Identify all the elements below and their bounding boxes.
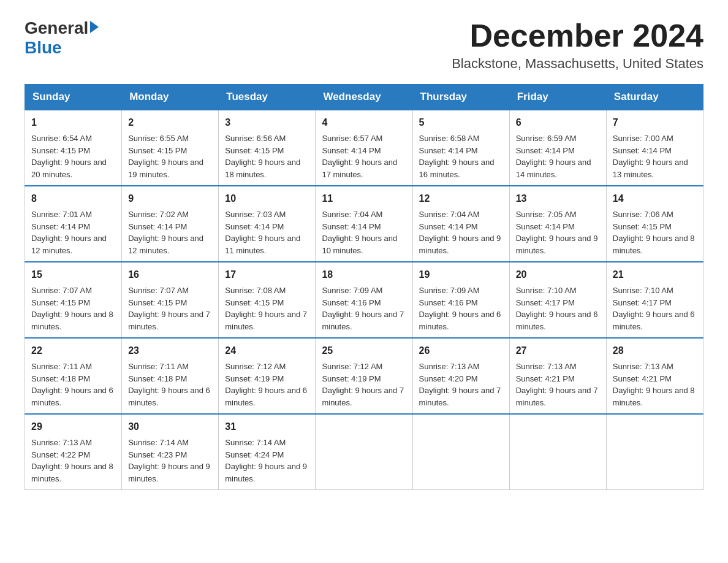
day-number: 14 [613,191,697,206]
calendar-cell: 11 Sunrise: 7:04 AMSunset: 4:14 PMDaylig… [316,186,412,262]
calendar-table: SundayMondayTuesdayWednesdayThursdayFrid… [25,84,703,490]
calendar-cell: 4 Sunrise: 6:57 AMSunset: 4:14 PMDayligh… [316,110,412,186]
day-info: Sunrise: 7:06 AMSunset: 4:15 PMDaylight:… [613,210,695,255]
calendar-cell: 10 Sunrise: 7:03 AMSunset: 4:14 PMDaylig… [219,186,316,262]
month-title: December 2024 [452,18,703,53]
day-info: Sunrise: 7:14 AMSunset: 4:24 PMDaylight:… [225,438,307,483]
day-number: 9 [128,191,212,206]
week-row-1: 1 Sunrise: 6:54 AMSunset: 4:15 PMDayligh… [25,110,703,186]
day-info: Sunrise: 7:13 AMSunset: 4:21 PMDaylight:… [516,362,598,407]
calendar-cell: 26 Sunrise: 7:13 AMSunset: 4:20 PMDaylig… [412,338,509,414]
day-info: Sunrise: 6:54 AMSunset: 4:15 PMDaylight:… [31,134,107,179]
calendar-cell [412,414,509,490]
calendar-cell: 8 Sunrise: 7:01 AMSunset: 4:14 PMDayligh… [25,186,122,262]
week-row-4: 22 Sunrise: 7:11 AMSunset: 4:18 PMDaylig… [25,338,703,414]
day-number: 24 [225,343,309,358]
calendar-cell: 29 Sunrise: 7:13 AMSunset: 4:22 PMDaylig… [25,414,122,490]
calendar-cell: 22 Sunrise: 7:11 AMSunset: 4:18 PMDaylig… [25,338,122,414]
calendar-cell: 31 Sunrise: 7:14 AMSunset: 4:24 PMDaylig… [219,414,316,490]
page-header: General Blue December 2024 Blackstone, M… [25,18,703,72]
day-number: 2 [128,115,212,130]
day-number: 17 [225,267,309,282]
calendar-cell: 27 Sunrise: 7:13 AMSunset: 4:21 PMDaylig… [509,338,606,414]
day-info: Sunrise: 7:13 AMSunset: 4:21 PMDaylight:… [613,362,695,407]
day-number: 25 [322,343,406,358]
day-info: Sunrise: 7:04 AMSunset: 4:14 PMDaylight:… [419,210,501,255]
weekday-header-friday: Friday [509,85,606,110]
day-info: Sunrise: 7:04 AMSunset: 4:14 PMDaylight:… [322,210,397,255]
calendar-cell: 17 Sunrise: 7:08 AMSunset: 4:15 PMDaylig… [219,262,316,338]
calendar-cell: 21 Sunrise: 7:10 AMSunset: 4:17 PMDaylig… [606,262,703,338]
calendar-cell: 3 Sunrise: 6:56 AMSunset: 4:15 PMDayligh… [219,110,316,186]
logo-general-text: General [25,18,88,38]
calendar-cell: 24 Sunrise: 7:12 AMSunset: 4:19 PMDaylig… [219,338,316,414]
logo-arrow-icon [90,21,99,33]
calendar-cell: 1 Sunrise: 6:54 AMSunset: 4:15 PMDayligh… [25,110,122,186]
day-number: 16 [128,267,212,282]
calendar-cell: 15 Sunrise: 7:07 AMSunset: 4:15 PMDaylig… [25,262,122,338]
week-row-3: 15 Sunrise: 7:07 AMSunset: 4:15 PMDaylig… [25,262,703,338]
day-number: 22 [31,343,115,358]
calendar-cell: 30 Sunrise: 7:14 AMSunset: 4:23 PMDaylig… [122,414,219,490]
day-info: Sunrise: 6:58 AMSunset: 4:14 PMDaylight:… [419,134,495,179]
day-info: Sunrise: 7:00 AMSunset: 4:14 PMDaylight:… [613,134,688,179]
day-number: 6 [516,115,600,130]
day-info: Sunrise: 7:13 AMSunset: 4:20 PMDaylight:… [419,362,501,407]
weekday-header-wednesday: Wednesday [316,85,412,110]
title-section: December 2024 Blackstone, Massachusetts,… [452,18,703,72]
logo: General Blue [25,18,99,58]
day-info: Sunrise: 6:57 AMSunset: 4:14 PMDaylight:… [322,134,397,179]
day-info: Sunrise: 7:07 AMSunset: 4:15 PMDaylight:… [31,286,113,331]
day-info: Sunrise: 7:13 AMSunset: 4:22 PMDaylight:… [31,438,113,483]
location-title: Blackstone, Massachusetts, United States [452,56,703,72]
calendar-cell [316,414,412,490]
day-number: 7 [613,115,697,130]
day-info: Sunrise: 7:10 AMSunset: 4:17 PMDaylight:… [516,286,598,331]
day-info: Sunrise: 6:59 AMSunset: 4:14 PMDaylight:… [516,134,591,179]
day-number: 13 [516,191,600,206]
day-info: Sunrise: 7:12 AMSunset: 4:19 PMDaylight:… [225,362,307,407]
calendar-cell [606,414,703,490]
day-number: 10 [225,191,309,206]
day-number: 29 [31,419,115,434]
day-info: Sunrise: 7:14 AMSunset: 4:23 PMDaylight:… [128,438,210,483]
day-number: 28 [613,343,697,358]
calendar-cell: 7 Sunrise: 7:00 AMSunset: 4:14 PMDayligh… [606,110,703,186]
day-info: Sunrise: 7:09 AMSunset: 4:16 PMDaylight:… [419,286,501,331]
day-number: 20 [516,267,600,282]
weekday-header-saturday: Saturday [606,85,703,110]
day-number: 19 [419,267,503,282]
day-number: 15 [31,267,115,282]
day-info: Sunrise: 7:11 AMSunset: 4:18 PMDaylight:… [31,362,113,407]
calendar-cell: 5 Sunrise: 6:58 AMSunset: 4:14 PMDayligh… [412,110,509,186]
day-info: Sunrise: 7:07 AMSunset: 4:15 PMDaylight:… [128,286,210,331]
day-number: 21 [613,267,697,282]
day-info: Sunrise: 6:55 AMSunset: 4:15 PMDaylight:… [128,134,203,179]
week-row-5: 29 Sunrise: 7:13 AMSunset: 4:22 PMDaylig… [25,414,703,490]
calendar-cell: 18 Sunrise: 7:09 AMSunset: 4:16 PMDaylig… [316,262,412,338]
calendar-cell: 20 Sunrise: 7:10 AMSunset: 4:17 PMDaylig… [509,262,606,338]
calendar-cell: 6 Sunrise: 6:59 AMSunset: 4:14 PMDayligh… [509,110,606,186]
day-number: 5 [419,115,503,130]
day-number: 27 [516,343,600,358]
calendar-cell: 2 Sunrise: 6:55 AMSunset: 4:15 PMDayligh… [122,110,219,186]
weekday-header-sunday: Sunday [25,85,122,110]
day-info: Sunrise: 7:02 AMSunset: 4:14 PMDaylight:… [128,210,203,255]
day-number: 31 [225,419,309,434]
calendar-cell: 23 Sunrise: 7:11 AMSunset: 4:18 PMDaylig… [122,338,219,414]
day-number: 26 [419,343,503,358]
day-info: Sunrise: 7:12 AMSunset: 4:19 PMDaylight:… [322,362,404,407]
day-number: 18 [322,267,406,282]
day-info: Sunrise: 7:11 AMSunset: 4:18 PMDaylight:… [128,362,210,407]
weekday-header-row: SundayMondayTuesdayWednesdayThursdayFrid… [25,85,703,110]
calendar-cell: 25 Sunrise: 7:12 AMSunset: 4:19 PMDaylig… [316,338,412,414]
day-number: 30 [128,419,212,434]
day-number: 1 [31,115,115,130]
day-info: Sunrise: 7:10 AMSunset: 4:17 PMDaylight:… [613,286,695,331]
day-info: Sunrise: 7:03 AMSunset: 4:14 PMDaylight:… [225,210,300,255]
day-info: Sunrise: 7:08 AMSunset: 4:15 PMDaylight:… [225,286,307,331]
weekday-header-thursday: Thursday [412,85,509,110]
weekday-header-monday: Monday [122,85,219,110]
day-number: 11 [322,191,406,206]
day-info: Sunrise: 7:05 AMSunset: 4:14 PMDaylight:… [516,210,598,255]
